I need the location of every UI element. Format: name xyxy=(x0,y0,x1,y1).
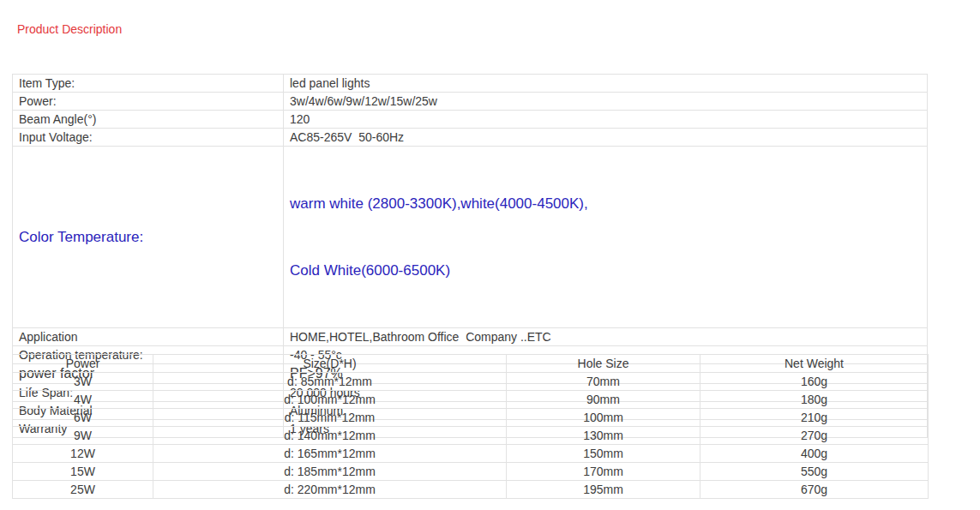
size-cell: 130mm xyxy=(507,427,700,445)
size-row: 9W d: 140mm*12mm 130mm 270g xyxy=(13,427,929,445)
size-cell: d: 115mm*12mm xyxy=(153,409,507,427)
spec-row: Application HOME,HOTEL,Bathroom Office C… xyxy=(13,328,928,346)
size-cell: d: 220mm*12mm xyxy=(153,481,507,499)
size-cell: 150mm xyxy=(507,445,700,463)
size-cell: 550g xyxy=(700,463,929,481)
size-header-row: Power Size(D*H) Hole Size Net Weight xyxy=(13,355,929,373)
size-cell: 12W xyxy=(13,445,153,463)
spec-value-cell: HOME,HOTEL,Bathroom Office Company ..ETC xyxy=(284,328,928,346)
spec-row-color-temperature: Color Temperature: warm white (2800-3300… xyxy=(13,147,928,328)
size-cell: 270g xyxy=(700,427,929,445)
size-cell: 6W xyxy=(13,409,153,427)
spec-label-cell: Beam Angle(°) xyxy=(13,111,284,129)
size-cell: 15W xyxy=(13,463,153,481)
size-header-hole-size: Hole Size xyxy=(507,355,700,373)
size-cell: 90mm xyxy=(507,391,700,409)
size-cell: d: 100mm*12mm xyxy=(153,391,507,409)
size-header-power: Power xyxy=(13,355,153,373)
spec-row: Input Voltage: AC85-265V 50-60Hz xyxy=(13,129,928,147)
spec-value-cell: 3w/4w/6w/9w/12w/15w/25w xyxy=(284,93,928,111)
size-cell: 170mm xyxy=(507,463,700,481)
product-description-page: Product Description Item Type: led panel… xyxy=(0,0,980,510)
spec-label-cell: Power: xyxy=(13,93,284,111)
spec-value-cell: 120 xyxy=(284,111,928,129)
size-cell: 25W xyxy=(13,481,153,499)
size-cell: 4W xyxy=(13,391,153,409)
spec-row: Item Type: led panel lights xyxy=(13,75,928,93)
size-cell: d: 85mm*12mm xyxy=(153,373,507,391)
page-title: Product Description xyxy=(17,22,122,36)
size-row: 25W d: 220mm*12mm 195mm 670g xyxy=(13,481,929,499)
size-cell: d: 185mm*12mm xyxy=(153,463,507,481)
size-row: 4W d: 100mm*12mm 90mm 180g xyxy=(13,391,929,409)
size-cell: 100mm xyxy=(507,409,700,427)
size-row: 12W d: 165mm*12mm 150mm 400g xyxy=(13,445,929,463)
size-cell: 210g xyxy=(700,409,929,427)
size-cell: 195mm xyxy=(507,481,700,499)
size-cell: 160g xyxy=(700,373,929,391)
size-cell: 670g xyxy=(700,481,929,499)
size-cell: d: 165mm*12mm xyxy=(153,445,507,463)
spec-value-cell: led panel lights xyxy=(284,75,928,93)
size-header-net-weight: Net Weight xyxy=(700,355,929,373)
size-cell: d: 140mm*12mm xyxy=(153,427,507,445)
color-temp-line-1: warm white (2800-3300K),white(4000-4500K… xyxy=(290,193,923,215)
color-temp-line-2: Cold White(6000-6500K) xyxy=(290,260,923,282)
spec-label-cell: Application xyxy=(13,328,284,346)
spec-label-cell: Color Temperature: xyxy=(13,147,284,328)
spec-row: Power: 3w/4w/6w/9w/12w/15w/25w xyxy=(13,93,928,111)
size-row: 6W d: 115mm*12mm 100mm 210g xyxy=(13,409,929,427)
size-cell: 400g xyxy=(700,445,929,463)
size-header-size: Size(D*H) xyxy=(153,355,507,373)
spec-value-cell: warm white (2800-3300K),white(4000-4500K… xyxy=(284,147,928,328)
size-row: 3W d: 85mm*12mm 70mm 160g xyxy=(13,373,929,391)
spec-row: Beam Angle(°) 120 xyxy=(13,111,928,129)
spec-label-cell: Item Type: xyxy=(13,75,284,93)
size-row: 15W d: 185mm*12mm 170mm 550g xyxy=(13,463,929,481)
size-cell: 70mm xyxy=(507,373,700,391)
size-cell: 3W xyxy=(13,373,153,391)
size-table: Power Size(D*H) Hole Size Net Weight 3W … xyxy=(12,354,929,499)
size-cell: 180g xyxy=(700,391,929,409)
spec-value-cell: AC85-265V 50-60Hz xyxy=(284,129,928,147)
spec-label-cell: Input Voltage: xyxy=(13,129,284,147)
size-cell: 9W xyxy=(13,427,153,445)
